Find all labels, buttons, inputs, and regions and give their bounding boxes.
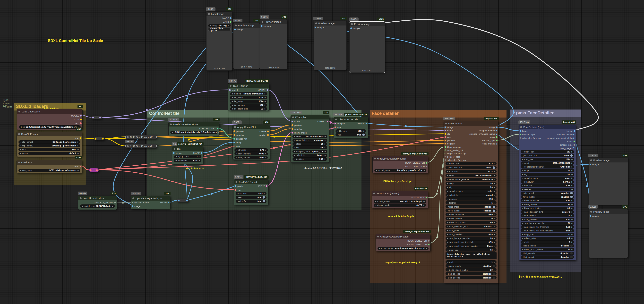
decrement-arrow-icon[interactable]: ◀ [522, 230, 523, 232]
node-header[interactable]: SAMLoader (Impact) [372, 191, 428, 196]
increment-arrow-icon[interactable]: ▶ [494, 230, 495, 231]
increment-arrow-icon[interactable]: ▶ [324, 136, 326, 137]
increment-arrow-icon[interactable]: ▶ [494, 237, 495, 239]
widget-model_name[interactable]: ◀model_namebbox/face_yolov8n_v2.pt▶ [374, 169, 426, 172]
decrement-arrow-icon[interactable]: ◀ [447, 198, 448, 200]
node-enc[interactable]: 8.521s[BETA] TiledDiffu #15Tiled VAE Enc… [234, 180, 268, 205]
output-port-SEGM_DETECTOR[interactable] [428, 244, 430, 245]
toggle-dot[interactable] [570, 154, 573, 157]
input-port-scheduler_func_opt[interactable] [444, 159, 446, 161]
node-header[interactable]: KSampler [291, 115, 329, 120]
node-dual[interactable]: #98DualCLIPLoaderCLIP◀clip_name1SD35\cli… [16, 132, 82, 157]
output-port-BBOX_DETECTOR[interactable] [428, 240, 430, 242]
increment-arrow-icon[interactable]: ▶ [199, 160, 200, 161]
widget-seed[interactable]: ◀seed185307850919845▶ [292, 135, 327, 138]
widget-sam_detection_hint[interactable]: ◀sam_detection_hintcenter-1▶ [446, 225, 496, 228]
node-p51[interactable]: 0.472s#51Preview Imageimages2048 X 3072 [314, 21, 346, 70]
input-port-reroute[interactable] [90, 169, 92, 171]
input-port-positive[interactable] [234, 130, 235, 132]
increment-arrow-icon[interactable]: ▶ [324, 147, 326, 148]
node-p32[interactable]: 0.030s#32Preview Imageimages2048 X 3072 [260, 19, 287, 70]
increment-arrow-icon[interactable]: ▶ [78, 145, 79, 146]
increment-arrow-icon[interactable]: ▶ [572, 177, 573, 179]
input-port-clip[interactable] [444, 133, 446, 135]
node-header[interactable]: UltralyticsDetectorProvider [372, 156, 428, 161]
widget-sam_bbox_expansion[interactable]: ◀sam_bbox_expansion20▶ [446, 236, 496, 240]
increment-arrow-icon[interactable]: ▶ [228, 25, 229, 26]
widget-tiled_encode[interactable]: tiled_encodedisabled [520, 252, 574, 255]
node-p38[interactable]: 0.485s#38Preview Imageimages2048 X 3072 [233, 23, 260, 69]
input-port-vae[interactable] [235, 189, 236, 191]
input-port-images[interactable] [314, 27, 316, 28]
node-fd48[interactable]: 149.080sImpact- #48FaceDetailerimageimag… [444, 121, 498, 283]
input-port-negative[interactable] [444, 143, 446, 144]
decrement-arrow-icon[interactable]: ◀ [447, 261, 448, 263]
toggle-dot[interactable] [262, 200, 265, 202]
increment-arrow-icon[interactable]: ▶ [265, 149, 266, 151]
widget-resolution[interactable]: ◀resolution1024▶ [174, 159, 202, 162]
collapse-dot-icon[interactable] [230, 85, 232, 87]
node-upsc[interactable]: 15.635s#12Upscale Image (using M...upsca… [131, 196, 170, 209]
wire-reroute-dot[interactable] [186, 98, 188, 100]
decrement-arrow-icon[interactable]: ◀ [522, 177, 523, 179]
input-port-reroute[interactable] [92, 117, 94, 118]
increment-arrow-icon[interactable]: ▶ [494, 202, 495, 204]
decrement-arrow-icon[interactable]: ◀ [376, 169, 377, 171]
increment-arrow-icon[interactable]: ▶ [494, 178, 495, 180]
decrement-arrow-icon[interactable]: ◀ [232, 108, 233, 110]
node-u46[interactable]: comfyui-impact-sub #46UltralyticsDetecto… [376, 234, 430, 251]
node-tdiff[interactable]: 0.017s[BETA] TiledDiffu #81Tiled Diffusi… [228, 83, 269, 111]
reroute-node[interactable] [94, 137, 105, 140]
wire-reroute-dot[interactable] [436, 236, 438, 238]
widget-sam_dilation[interactable]: ◀sam_dilation20▶ [446, 229, 496, 232]
output-port-image[interactable] [574, 130, 575, 132]
collapse-dot-icon[interactable] [590, 211, 592, 213]
widget-bbox_threshold[interactable]: ◀bbox_threshold0.50▶ [446, 213, 496, 216]
widget-noise_mask_feather[interactable]: ◀noise_mask_feather20▶ [520, 248, 574, 251]
widget-tile_size[interactable]: ◀tile_size2048▶ [236, 192, 266, 195]
widget-control after generate[interactable]: ◀control after generaterandomize▶ [446, 178, 496, 181]
increment-arrow-icon[interactable]: ▶ [78, 169, 79, 171]
decrement-arrow-icon[interactable]: ◀ [522, 215, 523, 216]
widget-sam_mask_hint_threshold[interactable]: ◀sam_mask_hint_threshold0.70▶ [446, 240, 496, 244]
output-port-SAM_MODEL[interactable] [426, 197, 427, 198]
toggle-dot[interactable] [570, 244, 573, 247]
wire-reroute-dot[interactable] [211, 193, 213, 195]
widget-bbox_dilation[interactable]: ◀bbox_dilation20▶ [520, 203, 574, 206]
widget-steps[interactable]: ◀steps20▶ [520, 169, 574, 172]
decrement-arrow-icon[interactable]: ◀ [522, 234, 523, 235]
widget-steps[interactable]: ◀steps20▶ [446, 182, 496, 185]
decrement-arrow-icon[interactable]: ◀ [447, 218, 448, 220]
decrement-arrow-icon[interactable]: ◀ [447, 190, 448, 192]
decrement-arrow-icon[interactable]: ◀ [447, 230, 448, 231]
widget-denoise[interactable]: ◀denoise0.20▶ [292, 158, 327, 161]
widget-bbox_crop_factor[interactable]: ◀bbox_crop_factor3.0▶ [446, 221, 496, 224]
decrement-arrow-icon[interactable]: ◀ [447, 202, 448, 204]
collapse-dot-icon[interactable] [235, 24, 237, 26]
toggle-dot[interactable] [492, 265, 495, 267]
widget-sam_threshold[interactable]: ◀sam_threshold0.93▶ [446, 232, 496, 236]
increment-arrow-icon[interactable]: ▶ [324, 143, 326, 145]
input-port-model[interactable] [292, 120, 293, 122]
output-port-reroute[interactable] [96, 169, 98, 171]
decrement-arrow-icon[interactable]: ◀ [20, 148, 21, 150]
decrement-arrow-icon[interactable]: ◀ [447, 234, 448, 235]
widget-sampler_name[interactable]: ◀sampler_nameeuler▶ [446, 190, 496, 193]
output-port-positive[interactable] [267, 130, 269, 132]
node-header[interactable]: Load Image [206, 12, 232, 16]
widget-inpaint_model[interactable]: inpaint_modeldisabled [446, 264, 496, 268]
increment-arrow-icon[interactable]: ▶ [494, 171, 495, 172]
input-port-image[interactable] [234, 142, 235, 143]
widget-method[interactable]: ◀methodMixture of Diffusers▶ [230, 92, 267, 96]
decrement-arrow-icon[interactable]: ◀ [379, 247, 380, 249]
toggle-dot[interactable] [492, 210, 495, 212]
widget-fast[interactable]: fasttrue [236, 196, 266, 199]
increment-arrow-icon[interactable]: ▶ [78, 148, 79, 150]
widget-scheduler[interactable]: ◀schedulernormal▶ [446, 193, 496, 196]
decrement-arrow-icon[interactable]: ◀ [176, 156, 177, 158]
toggle-dot[interactable] [570, 252, 573, 254]
widget-tile_batch_size[interactable]: ◀tile_batch_size32▶ [230, 107, 267, 110]
increment-arrow-icon[interactable]: ▶ [199, 156, 200, 158]
widget-control after g ...[interactable]: ◀control after g ...randomize▶ [292, 138, 327, 142]
output-port-IMAGE[interactable] [168, 202, 170, 203]
